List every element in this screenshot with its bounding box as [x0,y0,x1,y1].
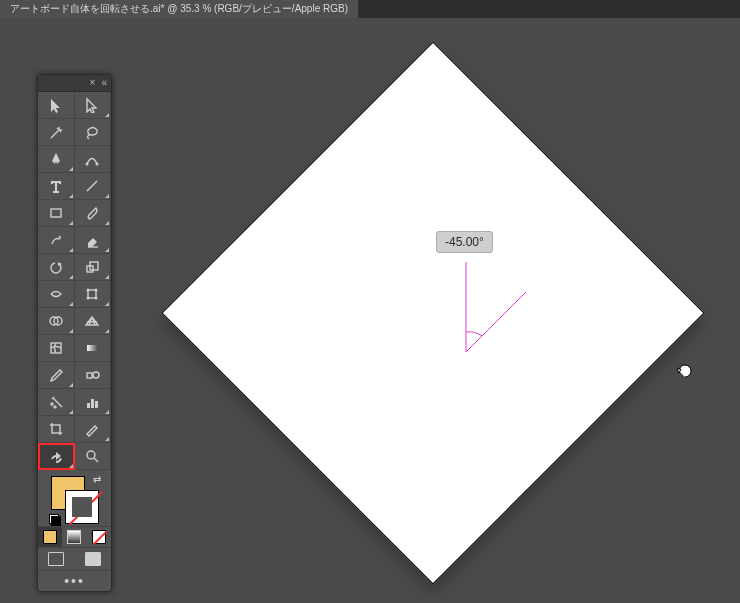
shaper-tool[interactable] [38,227,75,254]
curvature-tool[interactable] [75,146,112,173]
screen-mode-row [38,548,111,571]
rotate-cursor-icon [675,361,695,381]
artboard[interactable] [161,41,704,584]
screen-mode-full[interactable] [75,548,112,570]
tools-panel: × « ⇄ ••• [37,74,112,592]
panel-close-icon[interactable]: × [90,78,96,88]
edit-toolbar-button[interactable]: ••• [38,571,111,591]
width-tool[interactable] [38,281,75,308]
screen-mode-normal[interactable] [38,548,75,570]
tools-panel-header: × « [38,75,111,92]
artboard-container [163,43,703,583]
rotate-tool[interactable] [38,254,75,281]
default-fill-stroke-icon[interactable] [49,514,61,526]
blend-tool[interactable] [75,362,112,389]
lasso-tool[interactable] [75,119,112,146]
scale-tool[interactable] [75,254,112,281]
shape-builder-tool[interactable] [38,308,75,335]
gradient-tool[interactable] [75,335,112,362]
symbol-sprayer-tool[interactable] [38,389,75,416]
tool-grid [38,92,111,470]
document-tab-bar: アートボード自体を回転させる.ai* @ 35.3 % (RGB/プレビュー/A… [0,0,740,18]
selection-tool[interactable] [38,92,75,119]
rotate-view-tool[interactable] [38,443,75,470]
document-tab[interactable]: アートボード自体を回転させる.ai* @ 35.3 % (RGB/プレビュー/A… [0,0,358,18]
color-mode-solid[interactable] [38,527,62,547]
stroke-swatch[interactable] [65,490,99,524]
direct-selection-tool[interactable] [75,92,112,119]
column-graph-tool[interactable] [75,389,112,416]
rectangle-tool[interactable] [38,200,75,227]
artboard-tool[interactable] [38,416,75,443]
magic-wand-tool[interactable] [38,119,75,146]
swap-fill-stroke-icon[interactable]: ⇄ [93,474,101,485]
zoom-tool[interactable] [75,443,112,470]
perspective-grid-tool[interactable] [75,308,112,335]
paintbrush-tool[interactable] [75,200,112,227]
color-mode-row [38,527,111,548]
color-mode-gradient[interactable] [62,527,86,547]
panel-collapse-icon[interactable]: « [101,78,107,88]
free-transform-tool[interactable] [75,281,112,308]
pen-tool[interactable] [38,146,75,173]
slice-tool[interactable] [75,416,112,443]
mesh-tool[interactable] [38,335,75,362]
fill-stroke-block: ⇄ [38,470,111,527]
rotation-angle-badge: -45.00° [436,231,493,253]
line-segment-tool[interactable] [75,173,112,200]
eyedropper-tool[interactable] [38,362,75,389]
eraser-tool[interactable] [75,227,112,254]
type-tool[interactable] [38,173,75,200]
color-mode-none[interactable] [87,527,111,547]
